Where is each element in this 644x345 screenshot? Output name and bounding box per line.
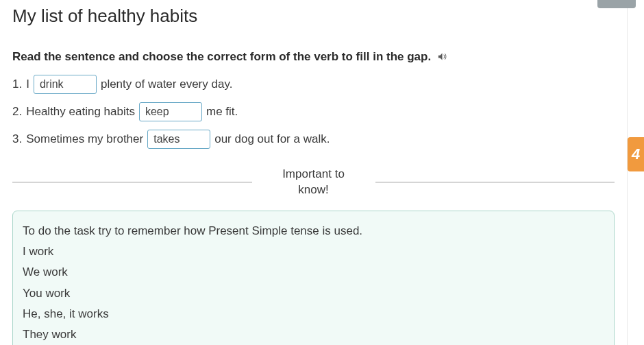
divider-label: Important to know! xyxy=(252,167,375,198)
top-tab-stub xyxy=(597,0,636,8)
page-title: My list of healthy habits xyxy=(12,5,615,27)
divider-line-left xyxy=(12,182,252,182)
hint-line: We work xyxy=(23,262,604,283)
verb-input-1[interactable] xyxy=(34,75,97,94)
sentence-after: our dog out for a walk. xyxy=(214,130,330,148)
divider-line-right xyxy=(375,182,615,182)
exercise-content: My list of healthy habits Read the sente… xyxy=(0,0,628,345)
hint-line: You work xyxy=(23,283,604,304)
section-divider: Important to know! xyxy=(12,167,615,198)
instruction-text: Read the sentence and choose the correct… xyxy=(12,50,615,64)
instruction-label: Read the sentence and choose the correct… xyxy=(12,50,431,63)
hint-box: To do the task try to remember how Prese… xyxy=(12,211,615,345)
sentence-before: Sometimes my brother xyxy=(26,130,143,148)
hint-line: They work xyxy=(23,324,604,345)
hint-line: He, she, it works xyxy=(23,304,604,324)
verb-input-3[interactable] xyxy=(147,130,210,149)
side-badge-label: 4 xyxy=(632,145,640,163)
sentence-number: 2. xyxy=(12,102,22,121)
side-badge[interactable]: 4 xyxy=(628,137,644,171)
sentence-before: I xyxy=(26,75,29,93)
sentence-number: 1. xyxy=(12,75,22,93)
sentence-after: me fit. xyxy=(206,102,238,121)
sentence-number: 3. xyxy=(12,130,22,148)
sentence-row: 1. I plenty of water every day. xyxy=(12,75,615,94)
hint-line: I work xyxy=(23,241,604,262)
audio-icon[interactable] xyxy=(437,51,447,64)
sentence-row: 2. Healthy eating habits me fit. xyxy=(12,102,615,121)
sentence-after: plenty of water every day. xyxy=(101,75,232,93)
sentence-before: Healthy eating habits xyxy=(26,102,135,121)
verb-input-2[interactable] xyxy=(139,102,202,121)
sentence-row: 3. Sometimes my brother our dog out for … xyxy=(12,130,615,149)
hint-intro: To do the task try to remember how Prese… xyxy=(23,221,604,241)
